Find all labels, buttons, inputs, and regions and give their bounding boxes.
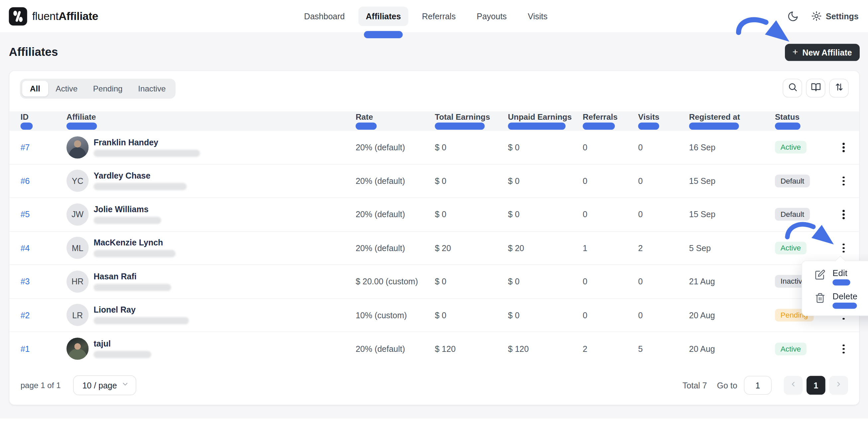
total-count: Total 7 <box>683 380 707 390</box>
book-icon <box>810 82 820 94</box>
referrals-cell: 1 <box>583 243 639 252</box>
chevron-right-icon <box>835 380 842 390</box>
goto-page-input[interactable] <box>744 376 772 395</box>
rate-cell: 10% (custom) <box>355 310 435 320</box>
row-actions-kebab[interactable] <box>838 174 849 188</box>
kebab-icon <box>843 180 845 182</box>
affiliate-name[interactable]: Jolie Williams <box>94 205 161 213</box>
per-page-select[interactable]: 10 / page <box>73 375 136 395</box>
total-earnings-cell: $ 0 <box>435 209 508 219</box>
avatar <box>66 136 89 159</box>
col-header-referrals[interactable]: Referrals <box>583 111 639 131</box>
brand-name: fluentAffiliate <box>32 10 98 23</box>
status-filter-tabs: All Active Pending Inactive <box>20 79 176 99</box>
tab-inactive[interactable]: Inactive <box>130 81 174 96</box>
annotation-highlight <box>435 122 485 130</box>
col-header-total-earnings[interactable]: Total Earnings <box>435 111 508 131</box>
redacted-email <box>94 284 171 291</box>
annotation-highlight <box>364 31 403 38</box>
affiliate-name[interactable]: MacKenzie Lynch <box>94 238 176 247</box>
row-actions-kebab[interactable] <box>838 141 849 154</box>
kebab-icon <box>843 146 845 148</box>
unpaid-earnings-cell: $ 0 <box>508 277 583 286</box>
table-footer: page 1 of 1 10 / page Total 7 Go to 1 <box>21 375 848 395</box>
affiliate-name[interactable]: Yardley Chase <box>94 171 187 179</box>
visits-cell: 0 <box>638 209 689 219</box>
unpaid-earnings-cell: $ 120 <box>508 344 583 353</box>
row-actions-kebab[interactable] <box>838 208 849 221</box>
kebab-icon <box>843 213 845 216</box>
redacted-email <box>94 250 176 257</box>
col-header-id[interactable]: ID <box>21 111 66 131</box>
menu-item-delete[interactable]: Delete <box>802 288 868 312</box>
nav-item-payouts[interactable]: Payouts <box>470 6 514 26</box>
row-actions-kebab[interactable] <box>838 342 849 355</box>
col-header-unpaid-earnings[interactable]: Unpaid Earnings <box>508 111 583 131</box>
next-page-button[interactable] <box>829 376 848 395</box>
referrals-cell: 0 <box>583 209 639 219</box>
sort-arrows-icon <box>834 82 844 94</box>
registered-cell: 5 Sep <box>689 243 775 252</box>
redacted-email <box>94 317 189 324</box>
chevron-left-icon <box>789 380 797 390</box>
row-actions-kebab[interactable] <box>838 241 849 255</box>
affiliate-id-link[interactable]: #3 <box>21 277 30 286</box>
affiliate-name[interactable]: tajul <box>94 340 151 348</box>
prev-page-button[interactable] <box>784 376 803 395</box>
col-header-affiliate[interactable]: Affiliate <box>66 111 355 131</box>
affiliate-id-link[interactable]: #5 <box>21 209 30 219</box>
docs-button[interactable] <box>806 79 825 98</box>
col-header-visits[interactable]: Visits <box>638 111 689 131</box>
sort-button[interactable] <box>829 79 848 98</box>
affiliate-id-link[interactable]: #6 <box>21 176 30 185</box>
nav-item-dashboard[interactable]: Dashboard <box>297 6 352 26</box>
affiliate-name[interactable]: Lionel Ray <box>94 306 189 314</box>
table-row: #3 HR Hasan Rafi $ 20.00 (custom) $ 0 $ … <box>9 265 859 298</box>
unpaid-earnings-cell: $ 0 <box>508 310 583 320</box>
col-header-status[interactable]: Status <box>775 111 838 131</box>
annotation-highlight <box>832 303 857 309</box>
nav-item-affiliates[interactable]: Affiliates <box>359 6 408 26</box>
referrals-cell: 0 <box>583 176 639 185</box>
page-1-button[interactable]: 1 <box>807 376 826 395</box>
visits-cell: 2 <box>638 243 689 252</box>
unpaid-earnings-cell: $ 0 <box>508 176 583 185</box>
kebab-icon <box>843 247 845 249</box>
total-earnings-cell: $ 120 <box>435 344 508 353</box>
affiliate-name[interactable]: Hasan Rafi <box>94 272 171 280</box>
tab-all[interactable]: All <box>22 81 48 96</box>
annotation-highlight <box>832 279 850 285</box>
dark-mode-toggle[interactable] <box>787 10 799 22</box>
annotation-highlight <box>583 122 615 130</box>
visits-cell: 5 <box>638 344 689 353</box>
affiliate-id-link[interactable]: #2 <box>21 310 30 320</box>
redacted-email <box>94 217 161 224</box>
affiliate-id-link[interactable]: #7 <box>21 143 30 152</box>
table-row: #6 YC Yardley Chase 20% (default) $ 0 $ … <box>9 164 859 198</box>
affiliate-id-link[interactable]: #4 <box>21 243 30 252</box>
nav-item-visits[interactable]: Visits <box>521 6 555 26</box>
affiliate-id-link[interactable]: #1 <box>21 344 30 353</box>
menu-item-edit[interactable]: Edit <box>802 265 868 288</box>
redacted-email <box>94 351 151 359</box>
nav-item-referrals[interactable]: Referrals <box>415 6 463 26</box>
status-badge: Active <box>775 241 807 254</box>
tab-active[interactable]: Active <box>48 81 85 96</box>
status-badge: Active <box>775 141 807 154</box>
col-header-registered-at[interactable]: Registered at <box>689 111 775 131</box>
screen: fluentAffiliate Dashboard Affiliates Ref… <box>0 0 868 429</box>
referrals-cell: 0 <box>583 310 639 320</box>
affiliate-name[interactable]: Franklin Handey <box>94 138 200 146</box>
search-button[interactable] <box>783 79 802 98</box>
redacted-email <box>94 183 187 190</box>
avatar <box>66 338 89 360</box>
settings-button[interactable]: Settings <box>811 11 859 22</box>
bottom-strip <box>0 418 868 429</box>
page-info: page 1 of 1 <box>21 381 61 390</box>
new-affiliate-button[interactable]: + New Affiliate <box>784 44 860 61</box>
chevron-down-icon <box>121 380 129 390</box>
rate-cell: 20% (default) <box>355 176 435 185</box>
tab-pending[interactable]: Pending <box>85 81 130 96</box>
col-header-rate[interactable]: Rate <box>355 111 435 131</box>
referrals-cell: 0 <box>583 277 639 286</box>
